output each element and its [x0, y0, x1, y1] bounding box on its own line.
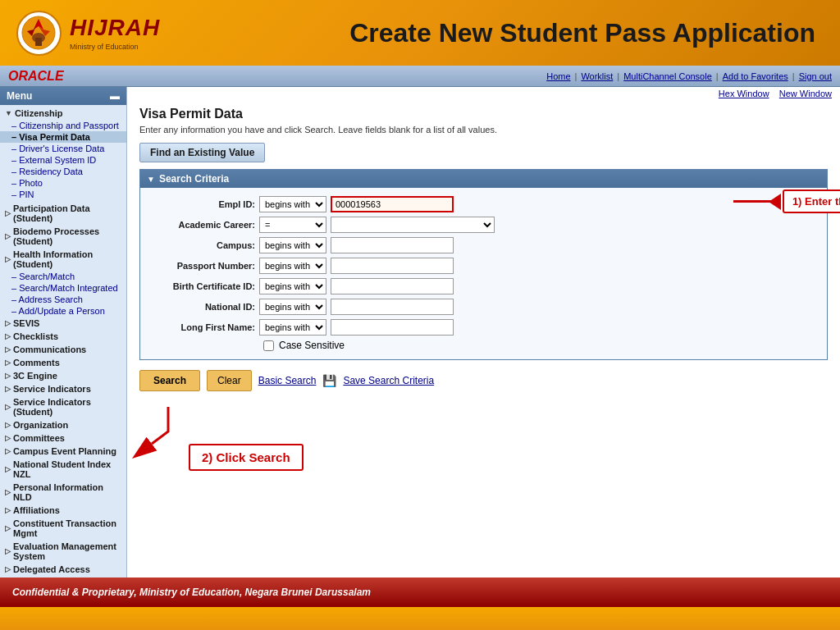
sidebar-item-address-search[interactable]: – Address Search: [0, 294, 126, 305]
sidebar-item-evaluation[interactable]: ▷ Evaluation Management System: [0, 540, 126, 563]
citizenship-label: Citizenship: [15, 108, 63, 118]
sidebar-item-campus-event[interactable]: ▷ Campus Event Planning: [0, 445, 126, 458]
sidebar-item-checklists[interactable]: ▷ Checklists: [0, 330, 126, 343]
collapse-triangle-icon[interactable]: ▼: [147, 175, 155, 184]
sidebar-item-search-match-integrated[interactable]: – Search/Match Integrated: [0, 282, 126, 294]
national-id-input[interactable]: [331, 299, 454, 315]
page-main-title: Create New Student Pass Application: [160, 18, 824, 48]
callout-1-container: 1) Enter the Student ID: [733, 189, 840, 213]
sidebar-item-national-student[interactable]: ▷ National Student Index NZL: [0, 458, 126, 481]
birth-cert-row: Birth Certificate ID: begins with =: [148, 278, 819, 294]
sidebar-item-biodemo[interactable]: ▷ Biodemo Processes (Student): [0, 225, 126, 248]
passport-operator[interactable]: begins with =: [259, 258, 326, 274]
long-first-name-operator[interactable]: begins with =: [259, 319, 326, 336]
sidebar-menu-label: Menu: [7, 90, 32, 102]
logo-circle: [16, 11, 62, 56]
passport-row: Passport Number: begins with =: [148, 258, 819, 274]
logo-subtext: Ministry of Education: [70, 43, 160, 51]
clear-button[interactable]: Clear: [207, 370, 252, 391]
campus-operator[interactable]: begins with =: [259, 237, 326, 253]
save-search-link[interactable]: Save Search Criteria: [343, 375, 434, 386]
header: HIJRAH Ministry of Education Create New …: [0, 0, 840, 66]
new-window-link[interactable]: New Window: [779, 89, 832, 98]
expand-sevis-icon: ▷: [5, 319, 11, 327]
nav-favorites[interactable]: Add to Favorites: [723, 71, 788, 81]
page-title: Visa Permit Data: [139, 107, 828, 121]
content-area: Hex Window New Window Visa Permit Data E…: [127, 87, 840, 578]
sidebar-item-citizenship-passport[interactable]: – Citizenship and Passport: [0, 120, 126, 131]
sidebar-item-drivers-license[interactable]: – Driver's License Data: [0, 143, 126, 154]
sidebar-item-residency[interactable]: – Residency Data: [0, 166, 126, 177]
sidebar-header: Menu ▬: [0, 87, 126, 105]
sidebar-item-personal-info-nld[interactable]: ▷ Personal Information NLD: [0, 481, 126, 504]
sidebar-item-communications[interactable]: ▷ Communications: [0, 343, 126, 356]
empl-id-label: Empl ID:: [148, 199, 255, 209]
long-first-name-input[interactable]: [331, 319, 454, 336]
sidebar-item-constituent[interactable]: ▷ Constituent Transaction Mgmt: [0, 517, 126, 540]
sidebar-item-pin[interactable]: – PIN: [0, 189, 126, 200]
oracle-logo: ORACLE: [8, 69, 64, 84]
sidebar-item-service-indicators-student[interactable]: ▷ Service Indicators (Student): [0, 395, 126, 418]
hex-window-link[interactable]: Hex Window: [719, 89, 769, 98]
sidebar-item-3c-engine[interactable]: ▷ 3C Engine: [0, 369, 126, 382]
basic-search-link[interactable]: Basic Search: [258, 375, 317, 386]
search-button[interactable]: Search: [139, 370, 200, 391]
national-id-label: National ID:: [148, 302, 255, 312]
sidebar-item-organization[interactable]: ▷ Organization: [0, 418, 126, 431]
sidebar-section-citizenship: ▼ Citizenship – Citizenship and Passport…: [0, 105, 126, 202]
find-existing-button[interactable]: Find an Existing Value: [139, 143, 265, 162]
sidebar-item-search-match[interactable]: – Search/Match: [0, 271, 126, 282]
empl-id-input[interactable]: [331, 196, 454, 212]
nav-worklist[interactable]: Worklist: [581, 71, 613, 81]
sidebar-collapse-icon[interactable]: ▬: [110, 90, 120, 102]
sidebar: Menu ▬ ▼ Citizenship – Citizenship and P…: [0, 87, 127, 578]
campus-label: Campus:: [148, 240, 255, 250]
sidebar-item-affiliations[interactable]: ▷ Affiliations: [0, 504, 126, 517]
expand-delegated-icon: ▷: [5, 565, 11, 573]
sidebar-item-health[interactable]: ▷ Health Information (Student): [0, 248, 126, 271]
search-criteria-body: Empl ID: begins with = contains: [140, 188, 827, 359]
empl-id-operator[interactable]: begins with = contains: [259, 196, 326, 212]
long-first-name-label: Long First Name:: [148, 322, 255, 332]
sidebar-item-service-indicators[interactable]: ▷ Service Indicators: [0, 382, 126, 395]
sidebar-item-delegated[interactable]: ▷ Delegated Access: [0, 563, 126, 576]
top-navigation: ORACLE Home | Worklist | MultiChannel Co…: [0, 66, 840, 87]
svg-rect-5: [35, 38, 42, 46]
sidebar-item-external-system[interactable]: – External System ID: [0, 154, 126, 166]
national-id-row: National ID: begins with =: [148, 299, 819, 315]
sidebar-item-committees[interactable]: ▷ Committees: [0, 431, 126, 445]
sidebar-item-citizenship[interactable]: ▼ Citizenship: [0, 107, 126, 120]
campus-input[interactable]: [331, 237, 454, 253]
expand-citizenship-icon: ▼: [5, 109, 12, 117]
national-id-operator[interactable]: begins with =: [259, 299, 326, 315]
sidebar-item-photo[interactable]: – Photo: [0, 177, 126, 189]
academic-career-operator[interactable]: = begins with: [259, 217, 326, 233]
expand-national-student-icon: ▷: [5, 465, 11, 473]
sidebar-item-participation[interactable]: ▷ Participation Data (Student): [0, 202, 126, 225]
search-criteria-box: ▼ Search Criteria Empl ID: begins with =…: [139, 169, 828, 360]
nav-signout[interactable]: Sign out: [799, 71, 832, 81]
sidebar-item-sevis[interactable]: ▷ SEVIS: [0, 317, 126, 330]
sidebar-item-notifications[interactable]: Notifications: [0, 576, 126, 578]
page-description: Enter any information you have and click…: [139, 125, 828, 135]
birth-cert-operator[interactable]: begins with =: [259, 278, 326, 294]
nav-home[interactable]: Home: [546, 71, 570, 81]
birth-cert-label: Birth Certificate ID:: [148, 281, 255, 291]
sidebar-item-add-update-person[interactable]: – Add/Update a Person: [0, 305, 126, 317]
nav-links: Home | Worklist | MultiChannel Console |…: [546, 71, 832, 81]
case-sensitive-checkbox[interactable]: [263, 340, 274, 351]
empl-id-row: Empl ID: begins with = contains: [148, 196, 819, 212]
case-sensitive-row: Case Sensitive: [263, 340, 819, 351]
expand-service-ind-student-icon: ▷: [5, 403, 11, 411]
passport-input[interactable]: [331, 258, 454, 274]
sidebar-item-visa-permit[interactable]: – Visa Permit Data: [0, 131, 126, 143]
academic-career-value[interactable]: [331, 217, 495, 233]
sidebar-item-comments[interactable]: ▷ Comments: [0, 356, 126, 369]
birth-cert-input[interactable]: [331, 278, 454, 294]
expand-checklists-icon: ▷: [5, 332, 11, 340]
callout-2-text: 2) Click Search: [189, 444, 304, 471]
new-window-bar: Hex Window New Window: [127, 87, 840, 100]
nav-multichannel[interactable]: MultiChannel Console: [623, 71, 712, 81]
expand-campus-event-icon: ▷: [5, 447, 11, 455]
campus-row: Campus: begins with =: [148, 237, 819, 253]
